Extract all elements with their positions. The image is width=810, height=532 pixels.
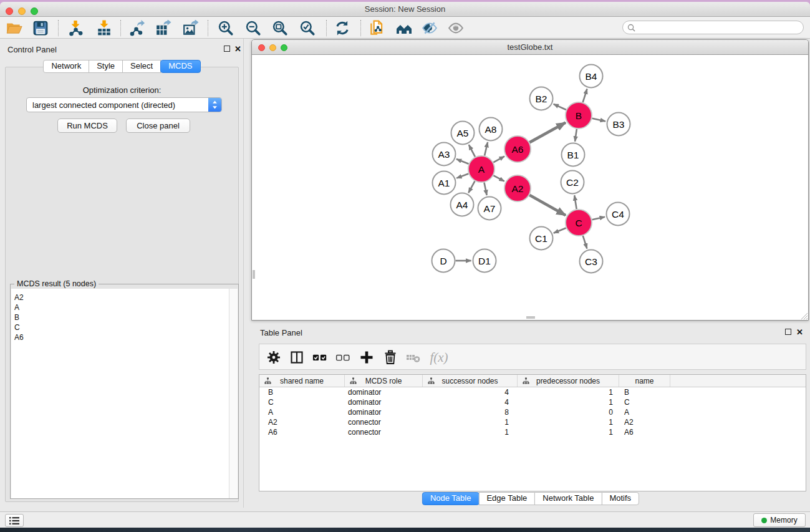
graph-edge-C-C3[interactable] <box>583 236 587 249</box>
deselect-all-button[interactable] <box>334 348 352 367</box>
cell[interactable]: 8 <box>423 407 518 417</box>
control-panel-float-icon[interactable] <box>224 46 230 52</box>
graph-edge-B-B4[interactable] <box>583 89 587 102</box>
mcds-result-item[interactable]: A2 <box>11 289 229 302</box>
tab-network[interactable]: Network <box>43 60 89 73</box>
graph-edge-A6-B[interactable] <box>529 123 566 143</box>
graph-edge-C-C2[interactable] <box>574 195 576 209</box>
mcds-result-item[interactable]: B <box>11 312 229 322</box>
search-field[interactable] <box>622 21 804 34</box>
resize-grip-icon[interactable] <box>799 311 808 319</box>
save-session-button[interactable] <box>31 19 50 37</box>
column-header-MCDS-role[interactable]: MCDS role <box>345 375 423 387</box>
zoom-fit-button[interactable] <box>271 19 289 37</box>
graph-edge-A-A8[interactable] <box>485 142 488 156</box>
cell[interactable]: 1 <box>518 387 619 397</box>
mcds-result-list[interactable]: A2ABCA6 <box>11 289 229 498</box>
tab-motifs[interactable]: Motifs <box>601 492 639 505</box>
cell[interactable]: dominator <box>345 387 423 397</box>
import-table-button[interactable] <box>95 19 113 37</box>
tab-style[interactable]: Style <box>89 60 123 73</box>
tab-network-table[interactable]: Network Table <box>534 492 602 505</box>
cell[interactable]: A2 <box>259 417 345 427</box>
graph-edge-A-A3[interactable] <box>456 159 469 164</box>
table-row[interactable]: Cdominator41C <box>259 397 806 407</box>
show-panel-list-button[interactable] <box>5 514 24 527</box>
cell[interactable]: 1 <box>518 427 619 437</box>
mcds-result-item[interactable]: A6 <box>11 332 229 342</box>
refresh-view-button[interactable] <box>333 19 352 37</box>
import-network-button[interactable] <box>66 19 85 37</box>
network-graph-svg[interactable]: B4B2BB3A5A8A6A3B1AA1C2A2A4A7CC4C1C3DD1 <box>252 56 808 320</box>
birdseye-view-button[interactable] <box>446 19 465 37</box>
table-row[interactable]: Bdominator41B <box>259 387 806 397</box>
export-network-button[interactable] <box>127 19 146 37</box>
network-horizontal-scrollbar[interactable] <box>526 316 535 319</box>
search-input[interactable] <box>638 22 803 33</box>
cell[interactable]: connector <box>345 417 423 427</box>
cell[interactable]: A6 <box>619 427 670 437</box>
close-panel-button[interactable]: Close panel <box>126 118 190 133</box>
cell[interactable]: 1 <box>423 417 518 427</box>
export-image-button[interactable] <box>181 19 200 37</box>
column-header-name[interactable]: name <box>619 375 670 387</box>
delete-column-button[interactable] <box>381 348 400 367</box>
tab-edge-table[interactable]: Edge Table <box>478 492 535 505</box>
export-table-button[interactable] <box>154 19 173 37</box>
select-all-button[interactable] <box>311 348 329 367</box>
cell[interactable]: A <box>259 407 345 417</box>
show-home-networks-button[interactable] <box>395 19 413 37</box>
graph-edge-C-C4[interactable] <box>592 217 605 220</box>
tab-mcds[interactable]: MCDS <box>160 60 200 73</box>
cell[interactable]: C <box>619 397 670 407</box>
tab-select[interactable]: Select <box>122 60 161 73</box>
clone-network-button[interactable] <box>367 19 386 37</box>
graph-edge-A-A5[interactable] <box>469 145 475 157</box>
zoom-selected-button[interactable] <box>298 19 317 37</box>
memory-button[interactable]: Memory <box>753 513 806 527</box>
column-header-successor-nodes[interactable]: successor nodes <box>423 375 518 387</box>
cell[interactable]: dominator <box>345 407 423 417</box>
table-settings-button[interactable] <box>264 348 283 367</box>
hide-graphics-details-button[interactable] <box>420 19 439 37</box>
cell[interactable]: C <box>259 397 345 407</box>
table-row[interactable]: Adominator80A <box>259 407 806 417</box>
cell[interactable]: connector <box>345 427 423 437</box>
cell[interactable]: 1 <box>423 427 518 437</box>
function-builder-button[interactable]: f(x) <box>427 348 451 367</box>
column-layout-button[interactable] <box>287 348 306 367</box>
table-panel-float-icon[interactable] <box>785 329 791 335</box>
mcds-result-scrollbar[interactable] <box>229 289 238 498</box>
cell[interactable]: 1 <box>518 397 619 407</box>
mcds-result-item[interactable]: A <box>11 302 229 312</box>
table-row[interactable]: A6connector11A6 <box>259 427 806 437</box>
cell[interactable]: 4 <box>423 387 518 397</box>
graph-edge-B-B3[interactable] <box>592 118 605 122</box>
mcds-result-item[interactable]: C <box>11 322 229 332</box>
network-canvas[interactable]: B4B2BB3A5A8A6A3B1AA1C2A2A4A7CC4C1C3DD1 <box>252 56 808 320</box>
zoom-out-button[interactable] <box>244 19 263 37</box>
graph-edge-A-A2[interactable] <box>493 175 504 181</box>
open-file-button[interactable] <box>5 19 24 37</box>
criterion-dropdown[interactable]: largest connected component (directed) <box>26 97 222 112</box>
zoom-in-button[interactable] <box>216 19 235 37</box>
cell[interactable]: A6 <box>259 427 345 437</box>
cell[interactable]: 0 <box>518 407 619 417</box>
cell[interactable]: A2 <box>619 417 670 427</box>
graph-edge-B-B1[interactable] <box>575 129 577 142</box>
graph-edge-B-B2[interactable] <box>554 104 566 110</box>
cell[interactable]: A <box>619 407 670 417</box>
cell[interactable]: 4 <box>423 397 518 407</box>
tab-node-table[interactable]: Node Table <box>422 492 480 505</box>
control-panel-close-icon[interactable]: ✕ <box>234 46 241 52</box>
graph-edge-A-A4[interactable] <box>468 181 475 193</box>
add-column-button[interactable] <box>357 348 376 367</box>
graph-edge-A-A6[interactable] <box>493 157 504 163</box>
table-panel-close-icon[interactable]: ✕ <box>796 329 803 336</box>
graph-edge-A2-C[interactable] <box>529 195 566 215</box>
run-mcds-button[interactable]: Run MCDS <box>57 118 117 133</box>
cell[interactable]: B <box>619 387 670 397</box>
cell[interactable]: 1 <box>518 417 619 427</box>
table-row[interactable]: A2connector11A2 <box>259 417 806 427</box>
cell[interactable]: B <box>259 387 345 397</box>
